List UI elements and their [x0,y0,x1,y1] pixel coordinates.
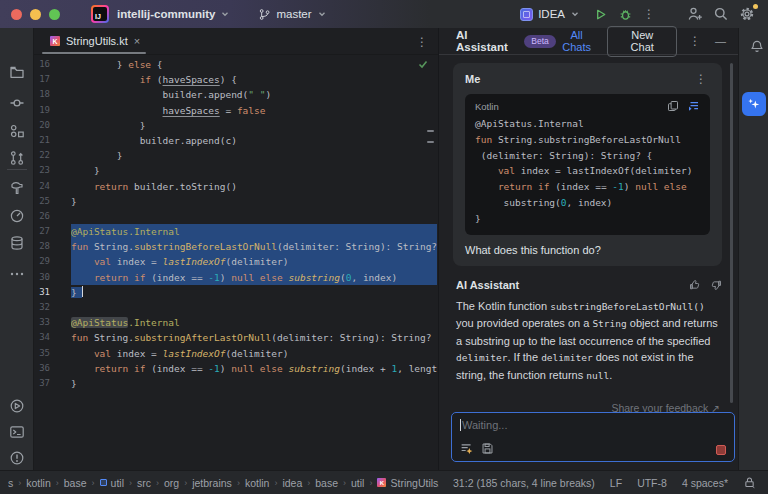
code-line-32[interactable]: 32 [34,300,437,315]
strip-divider [7,169,27,170]
code-line-29[interactable]: 29 val index = lastIndexOf(delimiter) [34,254,437,269]
structure-tool-button[interactable] [9,123,25,139]
code-line-35[interactable]: 35 val index = lastIndexOf(delimiter) [34,346,437,361]
code-line-16[interactable]: 16 } else { [34,57,437,72]
chat-code-lines: @ApiStatus.Internalfun String.substringB… [475,116,700,227]
code-line-24[interactable]: 24 return builder.toString() [34,179,437,194]
run-tool-window-button[interactable] [9,398,25,414]
status-bar: s›kotlin›base›util›src›org›jetbrains›kot… [0,470,768,494]
breadcrumb-item[interactable]: s [8,477,13,489]
breadcrumb-item[interactable]: org [164,477,179,489]
problems-tool-window-button[interactable] [9,450,25,466]
breadcrumb-item[interactable]: util [351,477,364,489]
maximize-window-button[interactable] [49,9,60,20]
code-line-18[interactable]: 18 builder.append(" ") [34,87,437,102]
breadcrumb-item[interactable]: idea [282,477,302,489]
new-chat-button[interactable]: New Chat [607,26,677,57]
code-line-19[interactable]: 19 haveSpaces = false [34,103,437,118]
message-options-menu[interactable]: ⋮ [692,71,710,87]
project-switcher[interactable]: intellij-community [111,5,236,23]
beta-badge: Beta [524,35,556,48]
breadcrumb-item[interactable]: KStringUtils.kt [377,477,439,489]
encoding-widget[interactable]: UTF-8 [637,477,667,489]
code-line-17[interactable]: 17 if (haveSpaces) { [34,72,437,87]
copy-icon[interactable] [667,100,679,112]
breadcrumb-label: StringUtils.kt [390,477,439,489]
line-number: 22 [34,148,50,163]
code-line-36[interactable]: 36 return if (index == -1) null else sub… [34,361,437,376]
code-line-20[interactable]: 20 } [34,118,437,133]
prompt-library-icon[interactable] [460,442,473,455]
thumbs-up-icon[interactable] [689,279,701,291]
git-branch-icon [258,8,271,21]
line-ending-widget[interactable]: LF [610,477,622,489]
project-tool-button[interactable] [9,64,25,80]
settings-button[interactable] [736,3,758,25]
chat-code-line: } [475,211,700,227]
hammer-icon [9,180,25,196]
minimize-window-button[interactable] [30,9,41,20]
breadcrumb-item[interactable]: util [100,477,124,489]
breadcrumb-item[interactable]: kotlin [26,477,51,489]
code-line-22[interactable]: 22 } [34,148,437,163]
code-editor[interactable]: 16 } else {17 if (haveSpaces) {18 builde… [34,55,437,470]
caret-position-widget[interactable]: 31:2 (185 chars, 4 line breaks) [453,477,595,489]
run-button[interactable] [590,4,611,25]
line-number: 17 [34,72,50,87]
close-tab-icon[interactable]: × [134,36,140,47]
stop-generation-button[interactable] [716,445,726,455]
build-tool-button[interactable] [9,180,25,196]
save-prompt-icon[interactable] [481,442,494,455]
breadcrumb-item[interactable]: kotlin [245,477,270,489]
database-tool-button[interactable] [9,235,25,251]
editor-options-menu[interactable]: ⋮ [413,34,431,50]
ai-assistant-tool-button[interactable] [742,92,766,116]
thumbs-down-icon[interactable] [710,279,722,291]
code-line-31[interactable]: 31} [34,285,437,300]
hide-panel-button[interactable]: — [711,35,730,47]
search-everywhere-button[interactable] [710,3,732,25]
insert-at-caret-icon[interactable] [687,100,700,112]
breadcrumb-label: base [64,477,87,489]
breadcrumb-separator: › [343,478,346,488]
notifications-button[interactable] [746,34,768,56]
breadcrumb-item[interactable]: src [137,477,151,489]
code-line-25[interactable]: 25} [34,194,437,209]
breadcrumb-label: src [137,477,151,489]
indent-widget[interactable]: 4 spaces* [682,477,728,489]
panel-options-menu[interactable]: ⋮ [686,33,704,49]
close-window-button[interactable] [11,9,22,20]
tab-stringutils-kt[interactable]: K StringUtils.kt × [38,28,150,54]
code-line-28[interactable]: 28fun String.substringBeforeLastOrNull(d… [34,239,437,254]
code-line-27[interactable]: 27@ApiStatus.Internal [34,224,437,239]
chat-code-line: substring(0, index) [475,195,700,211]
branch-switcher[interactable]: master [252,5,332,24]
more-tool-windows-button[interactable] [9,266,25,282]
breadcrumb-item[interactable]: base [315,477,338,489]
code-with-me-button[interactable] [684,3,706,25]
inspections-ok-icon[interactable] [418,59,428,69]
branch-name: master [276,8,311,20]
commit-tool-button[interactable] [9,95,25,111]
chat-input[interactable]: Waiting... [451,412,735,462]
chat-scrollbar[interactable] [730,63,733,403]
code-line-21[interactable]: 21 builder.append(c) [34,133,437,148]
breadcrumb-item[interactable]: jetbrains [192,477,232,489]
pull-requests-tool-button[interactable] [9,150,25,166]
code-line-23[interactable]: 23 } [34,163,437,178]
debug-button[interactable] [615,4,636,25]
line-number: 34 [34,330,50,345]
breadcrumb-item[interactable]: base [64,477,87,489]
file-lock-icon[interactable] [743,476,756,489]
all-chats-link[interactable]: All Chats [556,29,598,53]
share-feedback-link[interactable]: Share your feedback ↗ [439,402,720,412]
more-actions-menu[interactable]: ⋮ [640,6,658,22]
code-line-30[interactable]: 30 return if (index == -1) null else sub… [34,270,437,285]
terminal-tool-window-button[interactable] [9,424,25,440]
profiler-tool-button[interactable] [9,208,25,224]
code-line-37[interactable]: 37} [34,376,437,391]
code-line-34[interactable]: 34fun String.substringAfterLastOrNull(de… [34,330,437,345]
run-configuration-selector[interactable]: IDEA [514,5,586,24]
code-line-33[interactable]: 33@ApiStatus.Internal [34,315,437,330]
code-line-26[interactable]: 26 [34,209,437,224]
